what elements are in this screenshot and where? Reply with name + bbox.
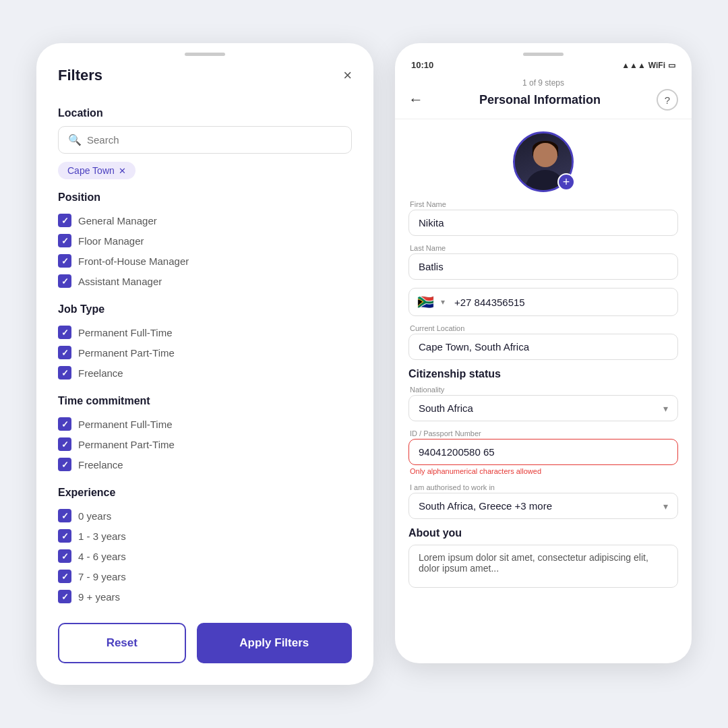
location-group: Current Location — [408, 324, 678, 360]
position-item-2[interactable]: Floor Manager — [58, 231, 352, 251]
personal-panel: 10:10 ▲▲▲ WiFi ▭ 1 of 9 steps ← Personal… — [395, 43, 692, 663]
back-button[interactable]: ← — [408, 91, 423, 109]
personal-body: + First Name Last Name 🇿🇦 ▾ Curren — [395, 119, 692, 663]
position-item-4[interactable]: Assistant Manager — [58, 271, 352, 291]
citizenship-title: Citizenship status — [408, 368, 678, 380]
checkbox-front-of-house[interactable] — [58, 254, 71, 268]
checkbox-exp-9plus[interactable] — [58, 590, 71, 603]
checkbox-floor-manager[interactable] — [58, 234, 71, 247]
first-name-input[interactable] — [408, 210, 678, 236]
checkbox-exp-1-3[interactable] — [58, 529, 71, 543]
exp-label-3: 4 - 6 years — [78, 551, 126, 562]
time-item-2[interactable]: Permanent Part-Time — [58, 434, 352, 454]
checkbox-time-freelance[interactable] — [58, 458, 71, 471]
exp-label-1: 0 years — [78, 510, 111, 522]
nationality-chevron: ▾ — [663, 403, 668, 414]
checkbox-permanent-full[interactable] — [58, 326, 71, 339]
exp-label-5: 9 + years — [78, 591, 120, 603]
reset-button[interactable]: Reset — [58, 623, 186, 663]
checkbox-assistant-manager[interactable] — [58, 274, 71, 288]
location-search-input[interactable] — [87, 134, 342, 146]
location-input[interactable] — [408, 334, 678, 360]
jobtype-label-2: Permanent Part-Time — [78, 347, 175, 359]
flag-icon: 🇿🇦 — [417, 294, 434, 310]
jobtype-label-3: Freelance — [78, 367, 123, 379]
work-auth-group: I am authorised to work in South Africa,… — [408, 483, 678, 519]
position-label: Position — [58, 191, 352, 204]
nav-row: ← Personal Information ? — [408, 89, 678, 111]
filters-header: Filters × — [36, 61, 373, 95]
notch-bar-left — [185, 53, 225, 56]
passport-input[interactable] — [408, 439, 678, 465]
checkbox-time-part[interactable] — [58, 437, 71, 451]
experience-label: Experience — [58, 487, 352, 499]
location-label: Location — [58, 107, 352, 119]
position-item-1[interactable]: General Manager — [58, 210, 352, 231]
work-auth-value: South Africa, Greece +3 more — [419, 500, 552, 512]
phone-country-chevron[interactable]: ▾ — [441, 297, 445, 307]
last-name-label: Last Name — [408, 244, 678, 252]
time-item-1[interactable]: Permanent Full-Time — [58, 414, 352, 434]
checkbox-permanent-part[interactable] — [58, 346, 71, 359]
last-name-input[interactable] — [408, 253, 678, 280]
personal-header: 1 of 9 steps ← Personal Information ? — [395, 74, 692, 119]
status-icons: ▲▲▲ WiFi ▭ — [621, 61, 675, 70]
exp-item-1[interactable]: 0 years — [58, 506, 352, 526]
first-name-label: First Name — [408, 200, 678, 208]
work-auth-select[interactable]: South Africa, Greece +3 more ▾ — [408, 493, 678, 519]
avatar-section: + — [408, 119, 678, 200]
position-label-1: General Manager — [78, 215, 157, 226]
phone-row: 🇿🇦 ▾ — [408, 288, 678, 316]
position-label-4: Assistant Manager — [78, 276, 162, 287]
filters-title: Filters — [58, 67, 102, 84]
passport-label: ID / Passport Number — [408, 429, 678, 437]
checkbox-time-full[interactable] — [58, 417, 71, 431]
location-search-box: 🔍 — [58, 126, 352, 154]
steps-indicator: 1 of 9 steps — [408, 78, 678, 88]
tag-cape-town[interactable]: Cape Town ✕ — [58, 162, 135, 179]
filters-body: Location 🔍 Cape Town ✕ Position General … — [36, 95, 373, 607]
checkbox-exp-7-9[interactable] — [58, 570, 71, 583]
exp-item-3[interactable]: 4 - 6 years — [58, 546, 352, 566]
help-button[interactable]: ? — [657, 89, 678, 111]
work-auth-label: I am authorised to work in — [408, 483, 678, 491]
about-textarea[interactable]: Lorem ipsum dolor sit amet, consectetur … — [408, 545, 678, 588]
nationality-label: Nationality — [408, 386, 678, 394]
time-label-2: Permanent Part-Time — [78, 439, 175, 450]
exp-item-5[interactable]: 9 + years — [58, 586, 352, 607]
exp-label-2: 1 - 3 years — [78, 530, 126, 542]
nationality-select[interactable]: South Africa ▾ — [408, 395, 678, 421]
checkbox-exp-0[interactable] — [58, 509, 71, 522]
wifi-icon: WiFi — [648, 61, 665, 70]
checkbox-exp-4-6[interactable] — [58, 549, 71, 563]
page-title: Personal Information — [479, 93, 601, 107]
avatar-wrap: + — [513, 131, 574, 192]
time-label-3: Freelance — [78, 459, 123, 471]
position-item-3[interactable]: Front-of-House Manager — [58, 251, 352, 271]
time-item-3[interactable]: Freelance — [58, 454, 352, 475]
signal-icon: ▲▲▲ — [621, 61, 646, 70]
last-name-group: Last Name — [408, 244, 678, 280]
apply-filters-button[interactable]: Apply Filters — [197, 623, 352, 663]
nationality-value: South Africa — [419, 402, 473, 414]
phone-input[interactable] — [454, 297, 669, 308]
checkbox-general-manager[interactable] — [58, 214, 71, 227]
work-auth-chevron: ▾ — [663, 501, 668, 512]
job-type-label: Job Type — [58, 303, 352, 315]
passport-group: ID / Passport Number Only alphanumerical… — [408, 429, 678, 475]
jobtype-item-1[interactable]: Permanent Full-Time — [58, 322, 352, 342]
jobtype-label-1: Permanent Full-Time — [78, 327, 172, 338]
close-button[interactable]: × — [343, 67, 352, 84]
jobtype-item-3[interactable]: Freelance — [58, 363, 352, 383]
exp-item-4[interactable]: 7 - 9 years — [58, 566, 352, 586]
phone-notch-right — [395, 43, 692, 60]
jobtype-item-2[interactable]: Permanent Part-Time — [58, 342, 352, 363]
exp-item-2[interactable]: 1 - 3 years — [58, 526, 352, 546]
phone-notch-left — [36, 43, 373, 61]
tag-remove-icon[interactable]: ✕ — [119, 166, 126, 176]
person-head — [533, 143, 557, 167]
checkbox-freelance-1[interactable] — [58, 366, 71, 380]
avatar-add-button[interactable]: + — [557, 173, 575, 191]
about-group: Lorem ipsum dolor sit amet, consectetur … — [408, 545, 678, 590]
tag-label: Cape Town — [67, 165, 115, 176]
